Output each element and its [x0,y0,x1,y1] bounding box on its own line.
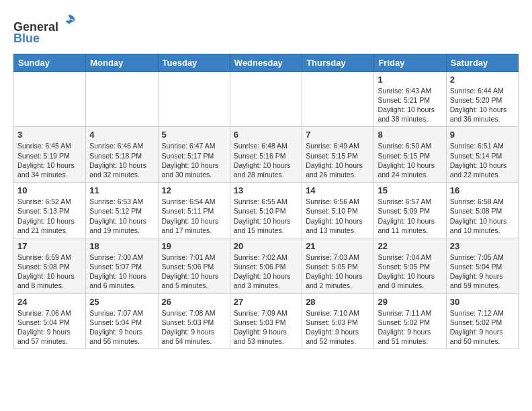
day-info-line: Sunset: 5:04 PM [450,262,515,271]
calendar-cell: 25Sunrise: 7:07 AMSunset: 5:04 PMDayligh… [86,293,158,349]
calendar-cell: 20Sunrise: 7:02 AMSunset: 5:06 PMDayligh… [230,238,302,293]
day-info-line: and 2 minutes. [306,281,370,290]
day-number: 20 [234,241,298,251]
day-info-line: Sunrise: 6:44 AM [450,86,515,95]
day-info-line: and 8 minutes. [17,281,82,290]
day-info-line: and 59 minutes. [450,281,515,290]
day-info-line: Sunrise: 7:07 AM [89,308,154,318]
day-info-line: Daylight: 10 hours [378,271,442,281]
day-info-line: Sunset: 5:13 PM [17,206,82,216]
calendar-cell: 1Sunrise: 6:43 AMSunset: 5:21 PMDaylight… [374,71,446,127]
day-info-line: Daylight: 9 hours [17,327,82,336]
day-info-line: Sunrise: 6:55 AM [234,197,298,206]
day-number: 29 [378,297,442,307]
header: General Blue [13,12,519,46]
day-info-line: Sunrise: 7:11 AM [378,308,442,318]
day-info-line: Daylight: 10 hours [450,216,515,226]
day-info-line: Daylight: 9 hours [162,327,226,336]
day-info-line: Sunset: 5:15 PM [306,151,370,161]
day-number: 10 [17,185,82,195]
calendar-cell: 5Sunrise: 6:47 AMSunset: 5:17 PMDaylight… [158,127,230,183]
day-info-line: Sunset: 5:04 PM [89,318,154,327]
day-number: 19 [162,241,226,251]
day-info-line: Daylight: 10 hours [234,216,298,226]
day-info-line: Sunrise: 6:50 AM [378,141,442,150]
day-info-line: Sunrise: 7:10 AM [306,308,370,318]
day-info-line: and 11 minutes. [378,226,442,235]
page: General Blue SundayMondayTuesdayWednesda… [0,0,532,356]
day-info-line: and 17 minutes. [162,226,226,235]
logo-bird-icon [60,12,79,31]
day-info-line: Daylight: 10 hours [234,271,298,281]
calendar-week-row: 24Sunrise: 7:06 AMSunset: 5:04 PMDayligh… [14,293,519,349]
calendar-day-header: Saturday [446,54,518,71]
day-info-line: Sunset: 5:14 PM [450,151,515,161]
day-number: 3 [17,130,82,140]
day-info-line: Sunrise: 7:12 AM [450,308,515,318]
day-number: 4 [89,130,154,140]
day-info-line: Daylight: 10 hours [306,271,370,281]
calendar-day-header: Monday [86,54,158,71]
calendar: SundayMondayTuesdayWednesdayThursdayFrid… [13,54,519,349]
day-info-line: Daylight: 9 hours [234,327,298,336]
day-info-line: and 24 minutes. [378,170,442,179]
day-info-line: Sunrise: 7:04 AM [378,253,442,262]
day-info-line: Sunrise: 7:03 AM [306,253,370,262]
day-number: 13 [234,185,298,195]
day-number: 28 [306,297,370,307]
calendar-day-header: Sunday [14,54,86,71]
day-number: 5 [162,130,226,140]
calendar-cell [14,71,86,127]
day-info-line: Daylight: 10 hours [162,271,226,281]
day-info-line: and 19 minutes. [89,226,154,235]
calendar-cell: 22Sunrise: 7:04 AMSunset: 5:05 PMDayligh… [374,238,446,293]
day-number: 30 [450,297,515,307]
calendar-day-header: Wednesday [230,54,302,71]
calendar-cell: 23Sunrise: 7:05 AMSunset: 5:04 PMDayligh… [446,238,518,293]
day-info-line: Sunrise: 6:48 AM [234,141,298,150]
day-info-line: Sunset: 5:10 PM [234,206,298,216]
day-info-line: Sunset: 5:21 PM [378,95,442,105]
day-info-line: Daylight: 10 hours [17,161,82,170]
day-info-line: Daylight: 9 hours [450,271,515,281]
calendar-cell: 13Sunrise: 6:55 AMSunset: 5:10 PMDayligh… [230,183,302,238]
calendar-cell: 7Sunrise: 6:49 AMSunset: 5:15 PMDaylight… [302,127,374,183]
day-number: 2 [450,75,515,85]
calendar-day-header: Friday [374,54,446,71]
day-info-line: and 50 minutes. [450,336,515,346]
calendar-cell [302,71,374,127]
day-info-line: Sunset: 5:10 PM [306,206,370,216]
calendar-cell: 26Sunrise: 7:08 AMSunset: 5:03 PMDayligh… [158,293,230,349]
calendar-cell: 6Sunrise: 6:48 AMSunset: 5:16 PMDaylight… [230,127,302,183]
day-info-line: Daylight: 10 hours [17,271,82,281]
day-info-line: Sunset: 5:19 PM [17,151,82,161]
day-info-line: Sunrise: 7:05 AM [450,253,515,262]
day-number: 23 [450,241,515,251]
day-number: 1 [378,75,442,85]
day-info-line: Sunrise: 7:02 AM [234,253,298,262]
day-info-line: and 10 minutes. [450,226,515,235]
day-number: 25 [89,297,154,307]
day-info-line: Daylight: 10 hours [162,161,226,170]
day-info-line: Daylight: 9 hours [378,327,442,336]
day-info-line: and 30 minutes. [162,170,226,179]
day-info-line: Daylight: 10 hours [306,161,370,170]
calendar-week-row: 10Sunrise: 6:52 AMSunset: 5:13 PMDayligh… [14,183,519,238]
day-number: 11 [89,185,154,195]
day-info-line: Sunrise: 6:52 AM [17,197,82,206]
day-info-line: Sunrise: 6:57 AM [378,197,442,206]
calendar-day-header: Thursday [302,54,374,71]
day-info-line: Sunset: 5:03 PM [234,318,298,327]
day-info-line: Sunset: 5:02 PM [378,318,442,327]
day-number: 21 [306,241,370,251]
calendar-cell: 29Sunrise: 7:11 AMSunset: 5:02 PMDayligh… [374,293,446,349]
day-info-line: Sunrise: 6:56 AM [306,197,370,206]
calendar-week-row: 17Sunrise: 6:59 AMSunset: 5:08 PMDayligh… [14,238,519,293]
calendar-cell: 8Sunrise: 6:50 AMSunset: 5:15 PMDaylight… [374,127,446,183]
day-number: 22 [378,241,442,251]
day-info-line: Daylight: 10 hours [89,216,154,226]
day-info-line: and 32 minutes. [89,170,154,179]
calendar-cell: 16Sunrise: 6:58 AMSunset: 5:08 PMDayligh… [446,183,518,238]
day-info-line: Sunset: 5:05 PM [306,262,370,271]
day-number: 18 [89,241,154,251]
